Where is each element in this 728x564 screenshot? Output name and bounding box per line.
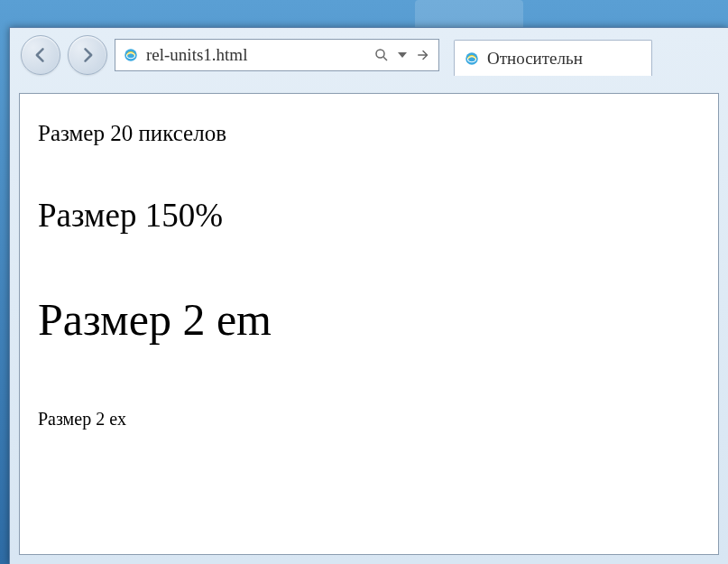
search-icon[interactable] bbox=[373, 47, 390, 63]
url-text: rel-units1.html bbox=[146, 45, 366, 65]
ie-icon bbox=[123, 47, 139, 63]
search-dropdown-icon[interactable] bbox=[398, 52, 407, 58]
page-content: Размер 20 пикселов Размер 150% Размер 2 … bbox=[20, 94, 718, 457]
text-20px: Размер 20 пикселов bbox=[38, 121, 700, 146]
browser-tab[interactable]: Относительн bbox=[454, 40, 652, 76]
go-arrow-icon[interactable] bbox=[415, 47, 431, 63]
background-window-tab bbox=[415, 0, 523, 27]
back-arrow-icon bbox=[32, 46, 50, 64]
forward-button[interactable] bbox=[68, 35, 107, 75]
search-controls bbox=[373, 47, 431, 63]
text-150pct: Размер 150% bbox=[38, 196, 700, 235]
ie-icon bbox=[464, 51, 480, 67]
browser-window: rel-units1.html Относительн bbox=[9, 27, 728, 564]
forward-arrow-icon bbox=[78, 46, 97, 64]
tab-title: Относительн bbox=[487, 49, 583, 69]
back-button[interactable] bbox=[21, 35, 60, 75]
svg-point-2 bbox=[376, 50, 384, 58]
toolbar: rel-units1.html Относительн bbox=[10, 28, 728, 82]
text-2ex: Размер 2 ex bbox=[38, 409, 700, 430]
content-frame: Размер 20 пикселов Размер 150% Размер 2 … bbox=[19, 93, 719, 555]
tab-strip: Относительн bbox=[454, 34, 717, 76]
svg-line-3 bbox=[383, 57, 387, 60]
text-2em: Размер 2 em bbox=[38, 293, 700, 346]
address-bar[interactable]: rel-units1.html bbox=[115, 39, 439, 71]
